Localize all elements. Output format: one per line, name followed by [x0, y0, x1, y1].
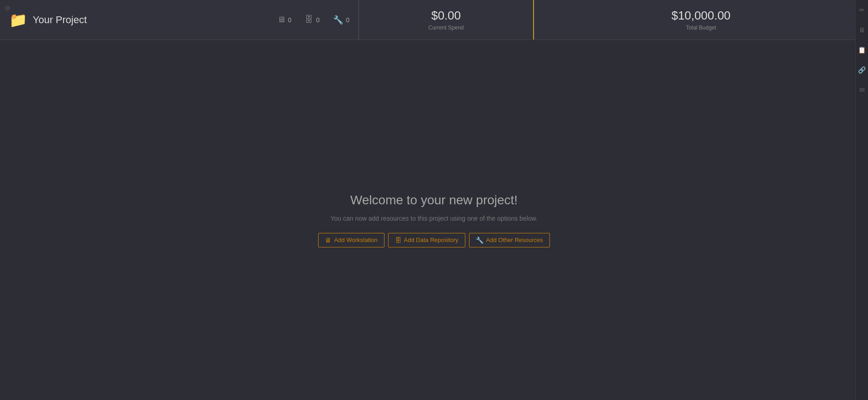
workstation-count: 0 [288, 16, 292, 24]
repository-btn-icon: 🗄 [395, 237, 401, 244]
welcome-title: Welcome to your new project! [350, 193, 518, 207]
add-other-resources-label: Add Other Resources [486, 237, 543, 243]
top-left-settings-icon[interactable]: ⚙ [5, 5, 10, 12]
project-title-area: 📁 Your Project [9, 11, 87, 29]
workstation-btn-icon: 🖥 [325, 237, 331, 244]
add-other-resources-button[interactable]: 🔧 Add Other Resources [469, 233, 550, 247]
workstation-stat: 🖥 0 [277, 15, 292, 25]
other-resources-btn-icon: 🔧 [476, 237, 484, 244]
total-budget-section: $10,000.00 Total Budget [534, 0, 868, 40]
add-data-repository-label: Add Data Repository [404, 237, 459, 243]
repository-icon: 🗄 [305, 15, 313, 25]
current-spend-section: $0.00 Current Spend [359, 0, 534, 40]
total-budget-value: $10,000.00 [671, 9, 730, 23]
layers-icon[interactable]: 📋 [856, 44, 868, 55]
current-spend-value: $0.00 [431, 9, 461, 23]
add-data-repository-button[interactable]: 🗄 Add Data Repository [388, 233, 465, 247]
right-sidebar: ✏ 🖥 📋 🔗 ✉ [855, 0, 868, 400]
action-buttons: 🖥 Add Workstation 🗄 Add Data Repository … [318, 233, 549, 247]
resource-count: 0 [346, 16, 349, 24]
current-spend-label: Current Spend [428, 25, 464, 31]
message-icon[interactable]: ✉ [858, 84, 867, 95]
header-stats: 🖥 0 🗄 0 🔧 0 [277, 15, 349, 25]
project-name: Your Project [33, 14, 87, 26]
folder-icon: 📁 [9, 11, 27, 29]
main-content: Welcome to your new project! You can now… [0, 40, 868, 400]
welcome-subtitle: You can now add resources to this projec… [330, 215, 538, 222]
resource-stat: 🔧 0 [333, 15, 349, 25]
workstation-icon: 🖥 [277, 15, 285, 25]
share-icon[interactable]: 🔗 [856, 64, 868, 75]
add-workstation-button[interactable]: 🖥 Add Workstation [318, 233, 384, 247]
header-left: 📁 Your Project 🖥 0 🗄 0 🔧 0 [0, 0, 359, 40]
monitor-icon[interactable]: 🖥 [857, 25, 867, 35]
resource-icon: 🔧 [333, 15, 343, 25]
header: 📁 Your Project 🖥 0 🗄 0 🔧 0 $0.00 Current… [0, 0, 868, 40]
edit-icon[interactable]: ✏ [858, 5, 867, 15]
repository-stat: 🗄 0 [305, 15, 319, 25]
add-workstation-label: Add Workstation [334, 237, 377, 243]
repository-count: 0 [316, 16, 319, 24]
total-budget-label: Total Budget [686, 25, 716, 31]
